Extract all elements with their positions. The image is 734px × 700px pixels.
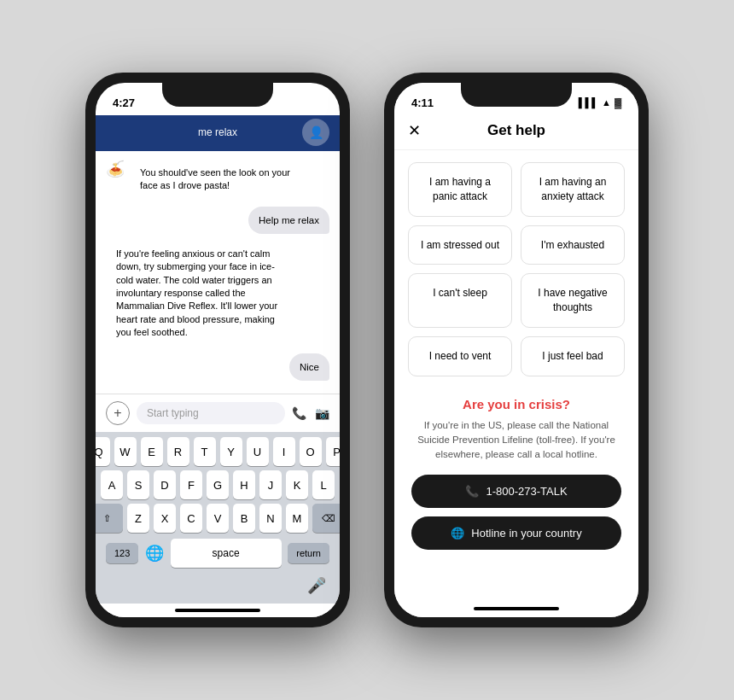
message-sent-1: Help me relax bbox=[248, 207, 329, 234]
key-b[interactable]: B bbox=[233, 504, 255, 533]
key-x[interactable]: X bbox=[154, 504, 176, 533]
key-shift[interactable]: ⇧ bbox=[96, 504, 123, 533]
bubble-received-1: You should've seen the look on your face… bbox=[130, 160, 300, 200]
globe-icon[interactable]: 🌐 bbox=[145, 544, 164, 563]
get-help-header: ✕ Get help bbox=[394, 115, 638, 150]
close-button[interactable]: ✕ bbox=[408, 121, 421, 140]
option-stressed-out[interactable]: I am stressed out bbox=[408, 225, 512, 265]
message-received-1: 🍝 You should've seen the look on your fa… bbox=[106, 160, 329, 200]
keyboard-row-2: A S D F G H J K L bbox=[99, 470, 336, 499]
message-received-3: Did you read anything interesting today? bbox=[106, 388, 329, 394]
keyboard: Q W E R T Y U I O P A S D F G H J K L bbox=[96, 432, 340, 604]
header-snippet: me relax bbox=[162, 126, 274, 138]
key-m[interactable]: M bbox=[286, 504, 308, 533]
signal-icon-2: ▌▌▌ bbox=[579, 97, 598, 108]
crisis-title: Are you in crisis? bbox=[411, 397, 621, 411]
notch-2 bbox=[461, 83, 572, 107]
key-q[interactable]: Q bbox=[96, 437, 110, 466]
time-1: 4:27 bbox=[113, 96, 135, 109]
key-y[interactable]: Y bbox=[220, 437, 242, 466]
key-v[interactable]: V bbox=[207, 504, 229, 533]
key-k[interactable]: K bbox=[286, 470, 308, 499]
key-n[interactable]: N bbox=[259, 504, 282, 533]
key-delete[interactable]: ⌫ bbox=[312, 504, 340, 533]
call-button[interactable]: 📞 1-800-273-TALK bbox=[411, 475, 621, 508]
key-e[interactable]: E bbox=[141, 437, 163, 466]
signal-icon: ▌▌▌ bbox=[294, 97, 313, 108]
crisis-section: Are you in crisis? If you're in the US, … bbox=[394, 388, 638, 567]
chat-messages: 🍝 You should've seen the look on your fa… bbox=[96, 151, 340, 394]
option-negative-thoughts[interactable]: I have negative thoughts bbox=[521, 273, 625, 328]
key-f[interactable]: F bbox=[180, 470, 202, 499]
message-received-2: If you're feeling anxious or can't calm … bbox=[106, 241, 294, 347]
notch bbox=[162, 83, 273, 107]
chat-input-bar: + Start typing 📞 📷 bbox=[96, 394, 340, 432]
key-123[interactable]: 123 bbox=[106, 543, 138, 563]
key-i[interactable]: I bbox=[273, 437, 295, 466]
key-s[interactable]: S bbox=[127, 470, 149, 499]
key-o[interactable]: O bbox=[300, 437, 322, 466]
globe-icon-hotline: 🌐 bbox=[451, 527, 464, 540]
key-u[interactable]: U bbox=[247, 437, 269, 466]
key-a[interactable]: A bbox=[101, 470, 123, 499]
key-p[interactable]: P bbox=[326, 437, 341, 466]
key-z[interactable]: Z bbox=[127, 504, 149, 533]
wifi-icon-2: ▲ bbox=[602, 97, 611, 108]
key-space[interactable]: space bbox=[171, 539, 282, 568]
phone-2: 4:11 ▌▌▌ ▲ ▓ ✕ Get help I am having a pa… bbox=[384, 73, 649, 627]
crisis-text: If you're in the US, please call the Nat… bbox=[411, 418, 621, 463]
option-exhausted[interactable]: I'm exhausted bbox=[521, 225, 625, 265]
keyboard-bottom-row: 123 🌐 space return bbox=[99, 537, 336, 573]
time-2: 4:11 bbox=[411, 96, 434, 109]
home-bar-2 bbox=[474, 607, 559, 610]
option-cant-sleep[interactable]: I can't sleep bbox=[408, 273, 512, 328]
key-return[interactable]: return bbox=[288, 543, 329, 563]
phone-icon-crisis: 📞 bbox=[465, 485, 479, 498]
option-anxiety-attack[interactable]: I am having an anxiety attack bbox=[521, 162, 625, 217]
keyboard-row-1: Q W E R T Y U I O P bbox=[99, 437, 336, 466]
avatar[interactable]: 👤 bbox=[302, 119, 329, 146]
key-g[interactable]: G bbox=[207, 470, 229, 499]
home-indicator-2 bbox=[394, 567, 638, 617]
hotline-button[interactable]: 🌐 Hotline in your country bbox=[411, 516, 621, 550]
keyboard-mic-row: 🎤 bbox=[99, 573, 336, 600]
phone-icon[interactable]: 📞 bbox=[292, 406, 306, 420]
option-need-to-vent[interactable]: I need to vent bbox=[408, 336, 512, 376]
chat-action-icons: 📞 📷 bbox=[292, 406, 329, 420]
camera-icon[interactable]: 📷 bbox=[315, 406, 329, 420]
phone-1: 4:27 ▌▌▌ ● me relax 👤 🍝 You should've se… bbox=[85, 73, 350, 627]
key-c[interactable]: C bbox=[180, 504, 202, 533]
message-input[interactable]: Start typing bbox=[137, 402, 285, 424]
status-icons-1: ▌▌▌ ● bbox=[294, 97, 323, 108]
key-t[interactable]: T bbox=[194, 437, 216, 466]
bubble-received-3: Did you read anything interesting today? bbox=[106, 388, 277, 394]
key-w[interactable]: W bbox=[114, 437, 137, 466]
key-r[interactable]: R bbox=[167, 437, 189, 466]
option-feel-bad[interactable]: I just feel bad bbox=[521, 336, 625, 376]
option-panic-attack[interactable]: I am having a panic attack bbox=[408, 162, 512, 217]
key-h[interactable]: H bbox=[233, 470, 255, 499]
message-sent-2: Nice bbox=[289, 353, 329, 381]
home-bar-1 bbox=[175, 609, 260, 612]
key-l[interactable]: L bbox=[312, 470, 335, 499]
add-button[interactable]: + bbox=[106, 401, 130, 425]
home-indicator-1 bbox=[96, 604, 340, 617]
mic-icon[interactable]: 🎤 bbox=[307, 576, 326, 595]
status-icons-2: ▌▌▌ ▲ ▓ bbox=[579, 97, 621, 108]
options-grid: I am having a panic attack I am having a… bbox=[394, 150, 638, 388]
avatar-emoji: 🍝 bbox=[106, 160, 125, 178]
key-j[interactable]: J bbox=[259, 470, 282, 499]
get-help-title: Get help bbox=[487, 122, 545, 139]
call-label: 1-800-273-TALK bbox=[486, 485, 567, 498]
chat-header: me relax 👤 bbox=[96, 115, 340, 151]
key-d[interactable]: D bbox=[154, 470, 176, 499]
keyboard-row-3: ⇧ Z X C V B N M ⌫ bbox=[99, 504, 336, 533]
battery-icon-2: ▓ bbox=[615, 97, 621, 108]
wifi-icon: ● bbox=[317, 97, 323, 108]
hotline-label: Hotline in your country bbox=[471, 527, 581, 540]
